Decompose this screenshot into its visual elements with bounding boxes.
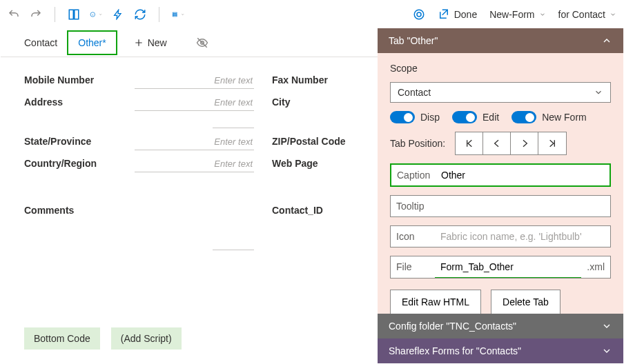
refresh-icon[interactable] xyxy=(134,8,146,21)
tab-contact[interactable]: Contact xyxy=(14,32,67,54)
label-webpage: Web Page xyxy=(272,156,376,169)
nav-next-icon[interactable] xyxy=(511,132,538,154)
plus-icon xyxy=(134,38,144,48)
acc-tab-other-label: Tab "Other" xyxy=(389,35,438,46)
toggle-newform-label: New Form xyxy=(542,112,587,123)
tab-new-label: New xyxy=(148,37,167,48)
tab-hidden-icon[interactable] xyxy=(186,31,218,54)
label-zip: ZIP/Postal Code xyxy=(272,134,376,147)
tab-settings-panel: Scope Contact Disp Edit New Form Tab Pos… xyxy=(378,53,623,314)
scope-label: Scope xyxy=(390,63,611,74)
caption-input[interactable] xyxy=(436,165,610,185)
redo-icon[interactable] xyxy=(30,8,42,21)
nav-last-icon[interactable] xyxy=(538,132,566,154)
target-icon[interactable] xyxy=(413,8,425,21)
file-row: File .xml xyxy=(390,256,611,279)
svg-rect-3 xyxy=(173,12,177,13)
tooltip-label: Tooltip xyxy=(391,196,435,216)
input-country[interactable] xyxy=(135,156,254,172)
input-state[interactable] xyxy=(135,134,254,150)
edit-raw-html-button[interactable]: Edit Raw HTML xyxy=(390,290,481,314)
caption-label: Caption xyxy=(391,165,436,185)
label-contactid: Contact_ID xyxy=(272,203,376,216)
file-ext: .xml xyxy=(581,256,610,278)
undo-icon[interactable] xyxy=(8,8,20,21)
svg-rect-0 xyxy=(69,10,73,19)
label-country: Country/Region xyxy=(24,156,128,169)
tooltip-row: Tooltip xyxy=(390,195,611,217)
tab-new[interactable]: New xyxy=(124,32,177,54)
chevron-down-icon xyxy=(601,321,612,332)
done-button[interactable]: Done xyxy=(438,8,477,21)
tab-position-nav xyxy=(455,132,567,155)
svg-rect-5 xyxy=(173,15,177,16)
delete-tab-button[interactable]: Delete Tab xyxy=(491,290,560,314)
tooltip-input[interactable] xyxy=(435,196,610,216)
label-state: State/Province xyxy=(24,134,128,147)
info-dropdown-icon[interactable] xyxy=(90,8,102,21)
toggle-disp[interactable] xyxy=(390,111,415,123)
label-fax: Fax Number xyxy=(272,73,376,85)
newform-dropdown[interactable]: New-Form xyxy=(489,9,545,20)
layout-icon[interactable] xyxy=(68,8,80,21)
svg-point-7 xyxy=(417,12,421,17)
acc-shareflex-forms[interactable]: Shareflex Forms for "Contacts" xyxy=(378,338,623,363)
nav-first-icon[interactable] xyxy=(456,132,483,154)
file-input[interactable] xyxy=(435,256,581,278)
file-label: File xyxy=(391,256,435,278)
label-city: City xyxy=(272,95,376,108)
chevron-up-icon xyxy=(601,35,612,46)
acc-config-label: Config folder "TNC_Contacts" xyxy=(389,321,516,332)
input-address[interactable] xyxy=(135,94,254,111)
form-grid: Mobile Number Fax Number Address City xyxy=(1,57,378,318)
add-script-button[interactable]: (Add Script) xyxy=(111,327,182,350)
toggle-edit-label: Edit xyxy=(482,112,499,123)
caption-row: Caption xyxy=(390,163,611,187)
list-dropdown-icon[interactable] xyxy=(172,8,184,21)
forcontact-dropdown[interactable]: for Contact xyxy=(558,9,616,20)
forcontact-label: for Contact xyxy=(558,9,605,20)
nav-prev-icon[interactable] xyxy=(483,132,511,154)
icon-input[interactable] xyxy=(435,226,610,247)
label-comments: Comments xyxy=(24,203,128,216)
icon-label: Icon xyxy=(391,226,435,247)
export-icon xyxy=(438,8,450,21)
top-toolbar: Done New-Form for Contact xyxy=(1,1,623,28)
chevron-down-icon xyxy=(594,88,603,97)
done-label: Done xyxy=(454,9,477,20)
toggle-disp-label: Disp xyxy=(420,112,440,123)
form-tabs: Contact Other* New xyxy=(1,28,378,57)
toggle-edit[interactable] xyxy=(452,111,477,123)
lightning-icon[interactable] xyxy=(112,8,124,21)
toggle-newform[interactable] xyxy=(511,111,536,123)
svg-rect-4 xyxy=(173,14,177,14)
acc-shareflex-label: Shareflex Forms for "Contacts" xyxy=(389,345,521,356)
input-mobile[interactable] xyxy=(135,72,254,89)
icon-row: Icon xyxy=(390,225,611,247)
scope-select[interactable]: Contact xyxy=(390,82,611,103)
tab-other[interactable]: Other* xyxy=(67,30,117,55)
svg-rect-1 xyxy=(75,10,79,19)
scope-value: Contact xyxy=(398,87,431,98)
label-address: Address xyxy=(24,95,128,108)
acc-config-folder[interactable]: Config folder "TNC_Contacts" xyxy=(378,314,623,338)
newform-label: New-Form xyxy=(489,9,534,20)
chevron-down-icon xyxy=(601,345,612,356)
svg-point-6 xyxy=(414,10,424,19)
acc-tab-other[interactable]: Tab "Other" xyxy=(378,28,623,53)
tab-position-label: Tab Position: xyxy=(390,138,445,149)
bottom-code-button[interactable]: Bottom Code xyxy=(24,327,100,350)
label-mobile: Mobile Number xyxy=(24,73,128,85)
